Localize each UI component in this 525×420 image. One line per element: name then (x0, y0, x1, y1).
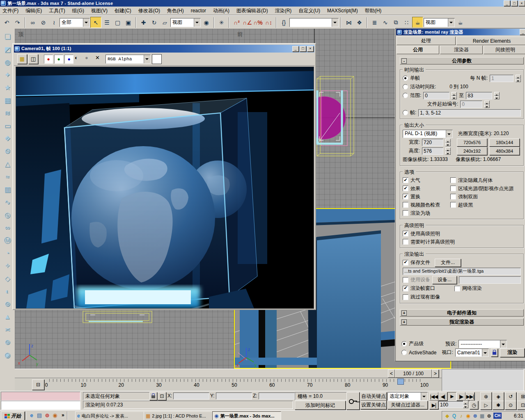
tab-render-camera-icon[interactable]: ◉ (1, 349, 14, 361)
set-key-button[interactable]: 设置关键点 (360, 401, 387, 409)
edit-named-selection-sets-icon[interactable]: {} (279, 17, 289, 28)
tab-tri-icon[interactable]: ▲ (1, 310, 14, 323)
taskbar-task[interactable]: e 电白同乡论坛 -> 发表... (75, 411, 144, 420)
option-checkbox[interactable]: 效果 (403, 184, 450, 193)
minimize-button[interactable]: _ (292, 46, 299, 52)
select-by-name-icon[interactable]: ☰ (102, 17, 112, 28)
minimize-button[interactable]: _ (520, 29, 525, 35)
menu-item[interactable]: 渲染(R) (275, 7, 292, 14)
active-segment-radio[interactable] (403, 84, 408, 90)
alpha-channel-icon[interactable]: ● (85, 55, 94, 64)
file-start-field[interactable]: 0 (460, 101, 482, 108)
quick-launch-qq-icon[interactable]: ⊚ (44, 411, 51, 419)
frame-spinner[interactable] (463, 401, 468, 408)
range-from-field[interactable]: 0 (423, 92, 449, 99)
menu-item[interactable]: 编辑(E) (25, 7, 42, 14)
save-bitmap-icon[interactable]: ▦ (17, 54, 27, 64)
tab-track-icon[interactable]: ≍ (1, 323, 14, 336)
z-coordinate-field[interactable] (259, 392, 295, 399)
auto-key-button[interactable]: 自动关键点 (360, 392, 387, 401)
quick-render-icon[interactable]: ☕ (455, 17, 465, 28)
taskbar-task[interactable]: ◉ 第一场景.max - 3ds max... (212, 411, 281, 420)
single-frame-radio[interactable] (403, 76, 408, 81)
range-radio[interactable] (403, 93, 408, 98)
menu-item[interactable]: 动画(A) (213, 7, 229, 14)
named-selection-sets-dropdown[interactable] (289, 18, 339, 27)
taskbar-task[interactable]: ▦ 2.jpg [1:1] : ACD Photo E... (144, 411, 213, 420)
window-crossing-toggle-icon[interactable]: ▣ (123, 17, 133, 28)
render-button[interactable]: 渲染 (500, 348, 525, 357)
menu-item[interactable]: 组(G) (72, 7, 84, 14)
key-mode-toggle[interactable]: ▶| (429, 401, 438, 409)
device-button[interactable]: 设备... (432, 276, 457, 284)
menu-item[interactable]: 文件(F) (2, 7, 18, 14)
tray-network-error-icon[interactable]: ⊗ (472, 413, 479, 419)
width-field[interactable]: 720 (422, 139, 443, 146)
render-frame-window-checkbox[interactable] (403, 286, 408, 291)
quick-launch-wmp-ic[interactable]: ◉ (51, 411, 59, 419)
region-zoom-icon[interactable]: ▷ (480, 401, 492, 410)
every-n-field[interactable]: 1 (490, 75, 514, 82)
select-and-scale-icon[interactable]: ▱ (160, 17, 170, 28)
schematic-view-icon[interactable]: ⧉ (391, 17, 401, 28)
assign-renderer-rollout[interactable]: + 指定渲染器 (400, 318, 524, 326)
range-to-field[interactable]: 83 (466, 92, 492, 99)
tab-renderer[interactable]: 渲染器 (440, 46, 483, 54)
save-file-checkbox[interactable] (403, 260, 408, 266)
compute-advanced-lighting-checkbox[interactable]: 需要时计算高级照明 (403, 238, 521, 246)
chevron-down-icon[interactable] (448, 18, 454, 27)
menu-item[interactable]: 修改器(O) (138, 7, 160, 14)
file-start-spinner[interactable] (484, 101, 490, 108)
menu-item[interactable]: MAXScript(M) (327, 8, 358, 14)
snap-toggle-icon[interactable]: ∩² (232, 17, 242, 28)
render-dialog-titlebar[interactable]: 渲染场景: mental ray 渲染器 _ (396, 29, 525, 35)
bind-to-space-warp-icon[interactable]: ≀ (49, 17, 59, 28)
every-n-spinner[interactable] (516, 75, 521, 82)
align-icon[interactable]: ❖ (354, 17, 365, 28)
activeshade-radio[interactable] (401, 350, 407, 355)
close-button[interactable]: × (307, 46, 314, 52)
zoom-extents-icon[interactable]: ◈ (493, 392, 504, 401)
layer-manager-icon[interactable]: ≣ (369, 17, 380, 28)
common-parameters-rollout[interactable]: - 公用参数 (400, 57, 524, 64)
pan-icon[interactable]: ✱ (493, 401, 504, 410)
menu-item[interactable]: 视图(V) (91, 7, 108, 14)
mirror-icon[interactable]: ⋈ (344, 17, 354, 28)
tray-network-icon[interactable]: ▦ (479, 413, 486, 419)
x-coordinate-field[interactable] (173, 392, 209, 399)
language-indicator[interactable]: CH (493, 413, 502, 419)
redo-icon[interactable]: ↷ (12, 17, 23, 28)
selection-lock-toggle[interactable] (149, 392, 157, 400)
maximize-button[interactable]: □ (300, 46, 306, 52)
collapse-icon[interactable]: - (401, 58, 407, 64)
quick-launch-more-chevron[interactable]: » (62, 412, 64, 418)
zoom-icon[interactable]: ⊕ (480, 392, 492, 401)
track-bar[interactable]: ⊟ 0102030405060708090100 (15, 378, 442, 391)
render-scene-dialog[interactable]: 渲染场景: mental ray 渲染器 _ 处理 Render Element… (395, 28, 525, 361)
use-advanced-lighting-checkbox[interactable]: 使用高级照明 (403, 230, 521, 238)
menu-item[interactable]: 创建(C) (115, 7, 131, 14)
open-mini-curve-editor-button[interactable]: ⊟ (32, 379, 44, 390)
width-spinner[interactable] (445, 139, 451, 146)
time-configuration-button[interactable]: ◷ (470, 401, 478, 409)
range-from-spinner[interactable] (452, 92, 457, 99)
height-field[interactable]: 576 (422, 147, 443, 155)
tab-render-elements[interactable]: Render Elements (456, 37, 525, 45)
expand-icon[interactable]: + (401, 310, 407, 316)
chevron-down-icon[interactable] (446, 130, 452, 138)
tab-indirect-illumination[interactable]: 间接照明 (484, 46, 525, 54)
render-type-dropdown[interactable]: 视图 (424, 18, 455, 27)
option-checkbox[interactable]: 渲染为场 (403, 209, 450, 217)
height-spinner[interactable] (445, 147, 451, 155)
reference-coordsys-dropdown[interactable]: 视图 (170, 18, 201, 27)
menu-item[interactable]: 自定义(U) (298, 7, 320, 14)
channel-display-dropdown[interactable]: RGB Alpha (105, 55, 151, 64)
tray-diamond-icon[interactable]: ◆ (444, 413, 451, 419)
res-480x384-button[interactable]: 480x384 (489, 147, 520, 155)
res-240x192-button[interactable]: 240x192 (457, 147, 487, 155)
frames-radio[interactable] (403, 110, 408, 115)
rendered-frame-window[interactable]: Camera01, 帧 100 (1:1) _ □ × ▦ ◫ ● ● ● ◐ … (12, 43, 316, 310)
range-to-spinner[interactable] (494, 92, 500, 99)
menu-item[interactable]: 角色(H) (167, 7, 184, 14)
use-device-checkbox[interactable] (403, 277, 408, 283)
